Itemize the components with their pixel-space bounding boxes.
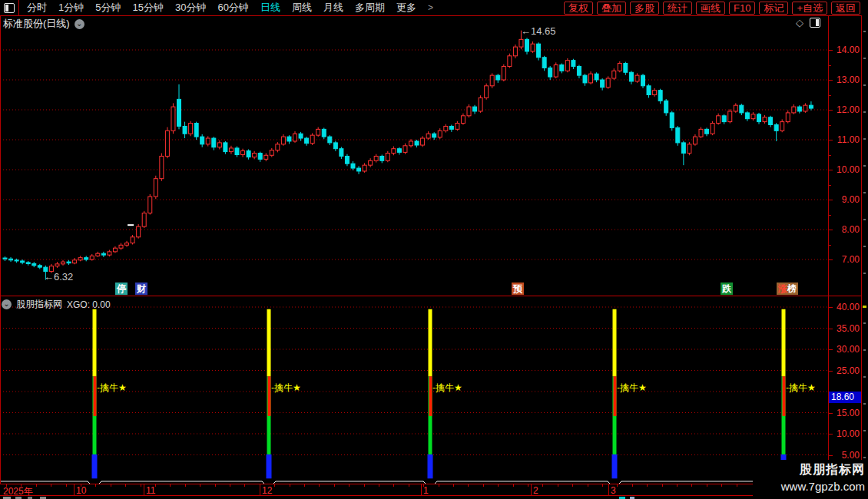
week-tick bbox=[691, 484, 692, 487]
more-arrow-icon[interactable]: > bbox=[428, 2, 433, 13]
mini-mark bbox=[863, 138, 866, 140]
period-tab-15分钟[interactable]: 15分钟 bbox=[132, 1, 163, 15]
axis-label-13.00: 13.00 bbox=[830, 74, 860, 85]
axis-tick bbox=[829, 349, 833, 350]
week-tick bbox=[542, 484, 543, 487]
signal-label: -擒牛★ bbox=[271, 382, 301, 395]
indicator-header: ⌄ 股朋指标网 XGO: 0.00 bbox=[2, 298, 111, 311]
axis-tick bbox=[829, 329, 833, 329]
toolbar-button-F10[interactable]: F10 bbox=[729, 2, 755, 15]
axis-minor-tick bbox=[829, 185, 831, 186]
period-tab-5分钟[interactable]: 5分钟 bbox=[95, 1, 121, 15]
axis-minor-tick bbox=[829, 215, 831, 216]
toolbar-button-标记[interactable]: 标记 bbox=[759, 2, 788, 15]
indicator-axis: 40.0035.0030.0025.0015.0010.005.00 bbox=[829, 296, 861, 484]
toolbar-button-叠加[interactable]: 叠加 bbox=[597, 2, 626, 15]
week-tick bbox=[21, 484, 22, 487]
period-tab-30分钟[interactable]: 30分钟 bbox=[175, 1, 206, 15]
mini-mark bbox=[863, 219, 866, 220]
axis-tick bbox=[829, 259, 833, 260]
month-label-2: 2 bbox=[533, 485, 538, 496]
mini-mark bbox=[863, 322, 866, 324]
axis-tick bbox=[829, 434, 833, 435]
watermark-site-name: 股朋指标网 bbox=[753, 462, 865, 478]
axis-tick bbox=[829, 307, 833, 308]
main-chart-canvas[interactable] bbox=[0, 15, 828, 296]
split-pane-icon[interactable] bbox=[810, 18, 820, 28]
week-tick bbox=[319, 484, 320, 487]
period-tab-1分钟[interactable]: 1分钟 bbox=[58, 1, 84, 15]
mini-mark bbox=[863, 273, 866, 274]
page-title: 标准股份(日线) bbox=[3, 17, 70, 31]
week-tick bbox=[558, 484, 558, 487]
axis-tick bbox=[829, 413, 833, 414]
mini-mark bbox=[863, 376, 866, 378]
marker-chip-财[interactable]: 财 bbox=[135, 283, 147, 295]
axis-label-30.00: 30.00 bbox=[830, 344, 860, 355]
chevron-down-icon[interactable]: ⌄ bbox=[75, 19, 84, 29]
week-tick bbox=[409, 484, 409, 487]
month-label-3: 3 bbox=[611, 485, 616, 496]
axis-minor-tick bbox=[829, 155, 831, 156]
axis-tick bbox=[829, 140, 833, 140]
week-tick bbox=[66, 484, 67, 487]
axis-label-11.00: 11.00 bbox=[830, 134, 860, 145]
week-tick bbox=[423, 484, 424, 487]
axis-tick bbox=[829, 230, 833, 230]
mini-mark bbox=[863, 31, 866, 32]
axis-label-10.00: 10.00 bbox=[830, 164, 860, 175]
current-value-marker: 18.60 bbox=[829, 392, 861, 403]
period-tab-分时[interactable]: 分时 bbox=[27, 1, 47, 15]
week-tick bbox=[602, 484, 603, 487]
chart-corner-icons: ◇ bbox=[796, 17, 820, 28]
toolbar-button-返回[interactable]: 返回 bbox=[831, 2, 860, 15]
month-divider bbox=[74, 484, 75, 495]
period-tab-60分钟[interactable]: 60分钟 bbox=[217, 1, 248, 15]
marker-chip-停[interactable]: 停 bbox=[115, 283, 128, 295]
axis-minor-tick bbox=[829, 65, 831, 66]
week-tick bbox=[483, 484, 484, 487]
chevron-down-icon[interactable]: ⌄ bbox=[2, 299, 12, 309]
week-tick bbox=[141, 484, 141, 487]
toolbar-button-统计[interactable]: 统计 bbox=[663, 2, 692, 15]
week-tick bbox=[51, 484, 51, 487]
toolbar-button-复权[interactable]: 复权 bbox=[564, 2, 593, 15]
signal-label: -擒牛★ bbox=[432, 382, 462, 395]
period-tab-月线[interactable]: 月线 bbox=[323, 1, 343, 15]
signal-label: -擒牛★ bbox=[97, 382, 127, 395]
toolbar-button-多股[interactable]: 多股 bbox=[630, 2, 659, 15]
month-divider bbox=[531, 484, 532, 495]
toolbar-button-画线[interactable]: 画线 bbox=[696, 2, 725, 15]
mini-mark-highlight bbox=[863, 306, 866, 308]
period-tab-周线[interactable]: 周线 bbox=[292, 1, 312, 15]
period-tabs: 分时1分钟5分钟15分钟30分钟60分钟日线周线月线多周期更多> bbox=[19, 1, 564, 15]
period-tab-多周期[interactable]: 多周期 bbox=[355, 1, 385, 15]
month-label-10: 10 bbox=[76, 485, 86, 496]
period-tab-更多[interactable]: 更多 bbox=[396, 1, 416, 15]
axis-label-5.00: 5.00 bbox=[830, 450, 860, 461]
week-tick bbox=[170, 484, 171, 487]
axis-label-25.00: 25.00 bbox=[830, 365, 860, 376]
toolbar-button-+自选[interactable]: +自选 bbox=[792, 2, 827, 15]
axis-minor-tick bbox=[829, 95, 831, 96]
week-tick bbox=[453, 484, 454, 487]
mini-mark bbox=[863, 165, 866, 167]
axis-minor-tick bbox=[829, 245, 831, 246]
mini-mark bbox=[863, 430, 866, 431]
frame-axis-left bbox=[828, 15, 829, 496]
week-tick bbox=[6, 484, 7, 487]
marker-chip-涨榜[interactable]: 涨榜 bbox=[777, 283, 798, 295]
signal-label: -擒牛★ bbox=[786, 382, 816, 395]
diamond-icon[interactable]: ◇ bbox=[796, 17, 803, 28]
period-tab-日线[interactable]: 日线 bbox=[260, 1, 280, 15]
week-tick bbox=[260, 484, 260, 487]
high-price-annotation: ←14.65 bbox=[521, 25, 556, 37]
toolbar-right-buttons: 复权叠加多股统计画线F10标记+自选返回 bbox=[564, 2, 868, 15]
marker-chip-预[interactable]: 预 bbox=[512, 283, 524, 295]
marker-chip-跌[interactable]: 跌 bbox=[721, 283, 733, 295]
indicator-name: 股朋指标网 bbox=[16, 298, 62, 311]
layout-toggle-button[interactable] bbox=[0, 0, 19, 15]
mini-mark bbox=[863, 84, 866, 86]
week-tick bbox=[721, 484, 722, 487]
week-tick bbox=[379, 484, 379, 487]
